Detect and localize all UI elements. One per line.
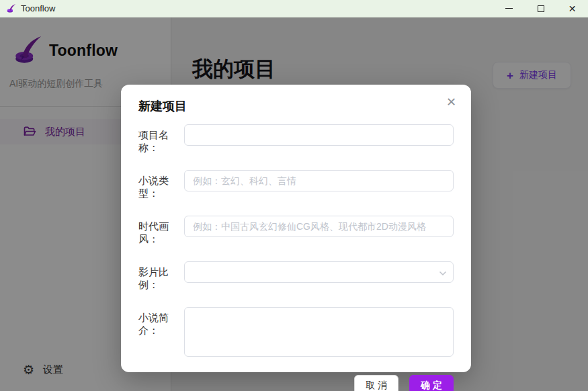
synopsis-label: 小说简介： [138, 307, 184, 337]
new-project-form: 项目名称： 小说类型： 时代画风： [138, 124, 454, 359]
chevron-down-icon [439, 268, 447, 280]
form-row-novel-type: 小说类型： [138, 170, 454, 200]
app-logo-icon [6, 3, 16, 13]
window-controls: ✕ [493, 0, 588, 17]
titlebar: Toonflow ✕ [0, 0, 588, 17]
confirm-button[interactable]: 确 定 [409, 375, 454, 391]
form-row-aspect-ratio: 影片比例： [138, 261, 454, 292]
dialog-footer: 取 消 确 定 [138, 375, 454, 391]
aspect-ratio-label: 影片比例： [138, 261, 184, 292]
form-row-project-name: 项目名称： [138, 124, 454, 155]
dialog-title: 新建项目 [138, 98, 454, 114]
project-name-input[interactable] [184, 124, 454, 146]
maximize-button[interactable] [525, 0, 556, 17]
app-window: Toonflow ✕ [0, 0, 588, 391]
new-project-dialog: 新建项目 ✕ 项目名称： 小说类型： 时代画风： [121, 85, 471, 372]
maximize-icon [538, 5, 544, 12]
window-title: Toonflow [21, 3, 55, 13]
form-row-synopsis: 小说简介： [138, 307, 454, 359]
cancel-button[interactable]: 取 消 [354, 375, 398, 391]
project-name-label: 项目名称： [138, 124, 184, 155]
close-window-icon: ✕ [569, 4, 577, 13]
synopsis-textarea[interactable] [184, 307, 454, 357]
art-style-input[interactable] [184, 216, 454, 237]
form-row-art-style: 时代画风： [138, 216, 454, 246]
novel-type-input[interactable] [184, 170, 454, 191]
art-style-label: 时代画风： [138, 216, 184, 246]
minimize-icon [505, 8, 513, 9]
novel-type-label: 小说类型： [138, 170, 184, 200]
close-dialog-icon[interactable]: ✕ [446, 96, 456, 108]
aspect-ratio-select[interactable] [184, 261, 454, 283]
minimize-button[interactable] [493, 0, 525, 17]
app-body: Toonflow AI驱动的短剧创作工具 我的项目 ⚙ 设置 [0, 17, 588, 391]
close-window-button[interactable]: ✕ [556, 0, 588, 17]
